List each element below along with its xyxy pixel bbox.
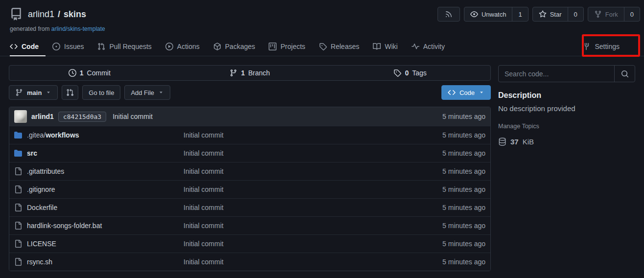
file-name-link[interactable]: hardlink-songs-folder.bat <box>27 222 102 230</box>
generated-from-text: generated from <box>10 25 49 32</box>
repo-header: arlind1 / skins generated from arlind/sk… <box>0 0 644 37</box>
commits-stat[interactable]: 1 Commit <box>9 66 170 80</box>
repo-owner-link[interactable]: arlind1 <box>28 9 54 19</box>
tab-code[interactable]: Code <box>10 37 46 56</box>
file-name-link[interactable]: .gitea/workflows <box>27 131 79 139</box>
search-button[interactable] <box>614 66 635 82</box>
commit-message-link[interactable]: Initial commit <box>113 113 153 120</box>
chevron-down-icon <box>46 90 51 95</box>
repo-name-link[interactable]: skins <box>64 9 86 19</box>
pulse-icon <box>412 43 419 50</box>
tag-icon <box>393 69 401 77</box>
manage-topics-link[interactable]: Manage Topics <box>498 123 539 130</box>
file-age: 5 minutes ago <box>388 240 485 248</box>
table-row[interactable]: LICENSE Initial commit 5 minutes ago <box>9 234 490 253</box>
unwatch-button[interactable]: Unwatch <box>464 7 512 21</box>
branches-stat[interactable]: 1 Branch <box>170 66 330 80</box>
file-commit-message-link[interactable]: Initial commit <box>184 258 388 266</box>
file-name-link[interactable]: .gitattributes <box>27 167 64 175</box>
tab-settings[interactable]: Settings <box>576 37 626 56</box>
table-row[interactable]: hardlink-songs-folder.bat Initial commit… <box>9 216 490 234</box>
watchers-count[interactable]: 1 <box>512 7 528 21</box>
file-name-link[interactable]: LICENSE <box>27 240 56 248</box>
file-age: 5 minutes ago <box>388 167 485 175</box>
tab-pull-requests[interactable]: Pull Requests <box>91 37 158 56</box>
eye-icon <box>470 10 478 18</box>
file-age: 5 minutes ago <box>388 258 485 266</box>
rss-feed-button[interactable] <box>437 7 460 22</box>
file-name-link[interactable]: Dockerfile <box>27 204 57 211</box>
code-download-button[interactable]: Code <box>441 85 491 100</box>
stars-count[interactable]: 0 <box>568 7 583 21</box>
search-input[interactable] <box>499 66 614 82</box>
tags-label: Tags <box>412 69 427 77</box>
file-icon <box>14 167 22 175</box>
repo-stats-bar: 1 Commit 1 Branch 0 Tags <box>9 65 491 81</box>
template-repo-link[interactable]: arlind/skins-template <box>51 25 105 32</box>
tab-activity[interactable]: Activity <box>405 37 452 56</box>
chevron-down-icon <box>158 90 164 95</box>
files-table: arlind1 c84215d0a3 Initial commit 5 minu… <box>9 107 491 271</box>
file-commit-message-link[interactable]: Initial commit <box>184 185 388 193</box>
tools-icon <box>583 43 591 50</box>
avatar <box>14 110 27 123</box>
compare-button[interactable] <box>62 85 78 100</box>
tag-icon <box>319 43 327 50</box>
tab-issues-label: Issues <box>64 43 84 50</box>
go-to-file-button[interactable]: Go to file <box>82 85 120 100</box>
forks-count[interactable]: 0 <box>624 7 640 21</box>
tab-issues[interactable]: Issues <box>46 37 91 56</box>
table-row[interactable]: .gitattributes Initial commit 5 minutes … <box>9 162 490 180</box>
file-commit-message-link[interactable]: Initial commit <box>184 167 388 175</box>
commit-hash-link[interactable]: c84215d0a3 <box>58 112 106 122</box>
folder-icon <box>14 149 22 157</box>
tab-releases[interactable]: Releases <box>312 37 366 56</box>
tab-projects-label: Projects <box>280 43 305 50</box>
tab-packages-label: Packages <box>225 43 255 50</box>
code-icon <box>448 89 456 96</box>
table-row[interactable]: .gitea/workflows Initial commit 5 minute… <box>9 126 490 144</box>
table-row[interactable]: rsync.sh Initial commit 5 minutes ago <box>9 253 490 271</box>
file-icon <box>14 240 22 248</box>
branches-label: Branch <box>248 69 270 77</box>
tags-stat[interactable]: 0 Tags <box>330 66 490 80</box>
unwatch-label: Unwatch <box>482 11 506 18</box>
star-button[interactable]: Star <box>533 7 568 21</box>
table-row[interactable]: .gitignore Initial commit 5 minutes ago <box>9 180 490 198</box>
file-age: 5 minutes ago <box>388 222 485 230</box>
play-circle-icon <box>165 43 173 50</box>
commit-author-link[interactable]: arlind1 <box>31 113 54 120</box>
file-commit-message-link[interactable]: Initial commit <box>184 222 388 230</box>
repo-toolbar: main Go to file Add File Code <box>9 85 491 100</box>
fork-button[interactable]: Fork <box>588 7 624 21</box>
file-icon <box>14 258 22 266</box>
star-label: Star <box>550 11 562 18</box>
tab-releases-label: Releases <box>331 43 359 50</box>
file-commit-message-link[interactable]: Initial commit <box>184 240 388 248</box>
repo-size-value: 37 <box>510 138 519 146</box>
tab-actions[interactable]: Actions <box>159 37 207 56</box>
table-row[interactable]: src Initial commit 5 minutes ago <box>9 144 490 162</box>
file-name-link[interactable]: src <box>27 149 37 157</box>
file-commit-message-link[interactable]: Initial commit <box>184 204 388 211</box>
tab-packages[interactable]: Packages <box>207 37 262 56</box>
file-commit-message-link[interactable]: Initial commit <box>184 149 388 157</box>
repo-icon <box>10 8 23 21</box>
add-file-button[interactable]: Add File <box>124 85 170 100</box>
git-branch-icon <box>230 69 237 77</box>
git-compare-icon <box>66 89 74 96</box>
repo-size: 37 KiB <box>498 138 635 146</box>
go-to-file-label: Go to file <box>89 89 114 96</box>
table-row[interactable]: Dockerfile Initial commit 5 minutes ago <box>9 198 490 216</box>
tab-wiki[interactable]: Wiki <box>366 37 404 56</box>
file-commit-message-link[interactable]: Initial commit <box>184 131 388 139</box>
file-age: 5 minutes ago <box>388 204 485 211</box>
tab-projects[interactable]: Projects <box>262 37 312 56</box>
file-name-link[interactable]: .gitignore <box>27 185 55 193</box>
branch-selector[interactable]: main <box>9 85 58 100</box>
repo-sidebar: Description No description provided Mana… <box>498 65 635 146</box>
latest-commit-row: arlind1 c84215d0a3 Initial commit 5 minu… <box>9 107 490 126</box>
file-name-link[interactable]: rsync.sh <box>27 258 52 266</box>
tab-pull-requests-label: Pull Requests <box>109 43 151 50</box>
file-age: 5 minutes ago <box>388 185 485 193</box>
